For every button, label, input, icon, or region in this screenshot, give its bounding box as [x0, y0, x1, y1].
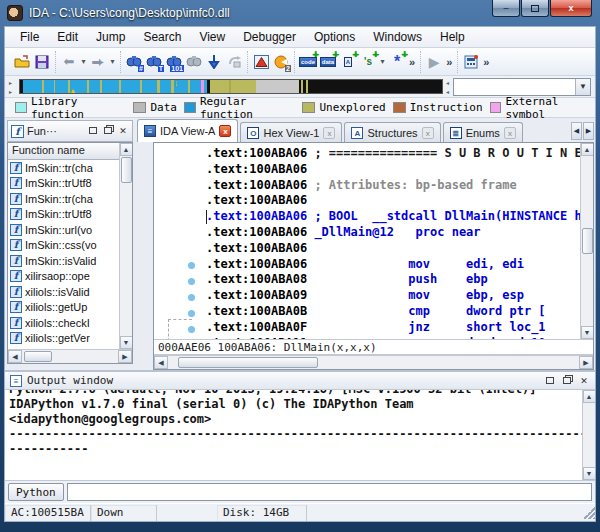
disasm-line[interactable]: .text:100ABA06 — [206, 193, 580, 209]
scroll-up-icon[interactable]: ▲ — [581, 143, 594, 156]
search-names-button[interactable]: # — [124, 52, 144, 72]
panel-restore-icon[interactable] — [102, 126, 114, 136]
tab-structures[interactable]: A Structures x — [344, 122, 440, 142]
disasm-line[interactable]: .text:100ABA06 ; =============== S U B R… — [206, 146, 580, 162]
disasm-line[interactable]: .text:100ABA06 ; Attributes: bp-based fr… — [206, 178, 580, 194]
disasm-vertical-scrollbar[interactable]: ▲ ▼ — [580, 143, 593, 339]
scroll-up-icon[interactable]: ▲ — [583, 390, 596, 403]
tab-scroll-right-icon[interactable]: ▶ — [583, 122, 594, 140]
nav-forward-button[interactable]: ⮕ — [88, 52, 108, 72]
scrollbar-thumb[interactable] — [178, 357, 318, 368]
tab-enums[interactable]: ≣ Enums x — [443, 122, 523, 142]
nav-back-dropdown[interactable]: ▾ — [79, 57, 88, 66]
function-list-item[interactable]: fImSkin::url(vo — [8, 222, 119, 238]
functions-vertical-scrollbar[interactable]: ▲ ▼ — [119, 143, 132, 349]
panel-minimize-icon[interactable] — [87, 126, 99, 136]
function-list-item[interactable]: fxilirsaop::ope — [8, 269, 119, 285]
function-list-item[interactable]: fxiliols::checkI — [8, 315, 119, 331]
disasm-line[interactable]: .text:100ABA06 — [206, 162, 580, 178]
python-button[interactable]: Python — [8, 483, 64, 501]
disassembly-listing[interactable]: .text:100ABA06 ; =============== S U B R… — [206, 143, 580, 339]
toolbar-overflow-1[interactable]: » — [407, 56, 417, 68]
chevron-down-icon[interactable]: ▼ — [575, 79, 590, 95]
scroll-left-icon[interactable]: ◀ — [8, 350, 22, 363]
menu-search[interactable]: Search — [134, 28, 190, 46]
menu-jump[interactable]: Jump — [87, 28, 134, 46]
scrollbar-thumb[interactable] — [24, 351, 52, 362]
toolbar-overflow-3[interactable]: » — [481, 56, 491, 68]
scroll-left-icon[interactable]: ◀ — [154, 356, 168, 369]
scroll-down-icon[interactable]: ▼ — [583, 467, 596, 480]
disasm-line[interactable]: .text:100ABA09 mov ebp, esp — [206, 288, 580, 304]
nav-back-button[interactable]: ⬅ — [59, 52, 79, 72]
scroll-up-icon[interactable]: ▲ — [120, 143, 133, 156]
tab-close-icon[interactable]: x — [504, 127, 516, 139]
panel-close-icon[interactable]: ✕ — [578, 376, 590, 386]
jump-address-button[interactable] — [204, 52, 224, 72]
function-list-item[interactable]: fImSkin::isValid — [8, 253, 119, 269]
make-struct-button[interactable]: *+ — [387, 52, 407, 72]
disasm-line-selected[interactable]: .text:100ABA06 ; BOOL __stdcall DllMain(… — [206, 209, 580, 225]
problems-list-button[interactable] — [251, 52, 271, 72]
make-code-button[interactable]: code+ — [298, 52, 318, 72]
menu-file[interactable]: File — [11, 28, 48, 46]
python-input[interactable] — [67, 483, 592, 501]
menu-help[interactable]: Help — [431, 28, 474, 46]
menu-debugger[interactable]: Debugger — [234, 28, 305, 46]
string-dropdown[interactable]: ▾ — [378, 57, 387, 66]
disasm-line[interactable]: .text:100ABA0B cmp dword ptr [ — [206, 304, 580, 320]
scrollbar-thumb[interactable] — [121, 157, 132, 183]
undo-disabled-button[interactable] — [224, 52, 244, 72]
title-bar[interactable]: IDA - C:\Users\cong\Desktop\imfc0.dll – … — [0, 0, 600, 26]
function-list-item[interactable]: fImSkin::tr(cha — [8, 191, 119, 207]
make-data-button[interactable]: data+ — [318, 52, 338, 72]
open-file-button[interactable] — [12, 52, 32, 72]
panel-restore-icon[interactable] — [561, 376, 573, 386]
calculator-button[interactable] — [461, 52, 481, 72]
output-vertical-scrollbar[interactable]: ▲ ▼ — [582, 390, 595, 480]
resize-grip[interactable] — [583, 507, 595, 519]
function-list-item[interactable]: fxiliols::isValid — [8, 284, 119, 300]
tab-scroll-left-icon[interactable]: ◀ — [571, 122, 582, 140]
search-again-button[interactable] — [184, 52, 204, 72]
menu-windows[interactable]: Windows — [364, 28, 431, 46]
scroll-down-icon[interactable]: ▼ — [120, 336, 133, 349]
search-immediate-button[interactable]: 101 — [164, 52, 184, 72]
menu-options[interactable]: Options — [305, 28, 364, 46]
save-button[interactable] — [32, 52, 52, 72]
produce-file-button[interactable]: 2 — [271, 52, 291, 72]
tab-close-icon[interactable]: x — [219, 125, 231, 137]
scroll-down-icon[interactable]: ▼ — [581, 326, 594, 339]
nav-forward-dropdown[interactable]: ▾ — [108, 57, 117, 66]
make-string-button[interactable]: 's+ — [358, 52, 378, 72]
disasm-line[interactable]: .text:100ABA08 push ebp — [206, 272, 580, 288]
tab-hex-view-1[interactable]: O Hex View-1 x — [240, 122, 342, 142]
scroll-right-icon[interactable]: ▶ — [118, 350, 132, 363]
output-log[interactable]: Python 2.7.6 (default, Nov 10 2013, 19:2… — [5, 390, 582, 480]
menu-edit[interactable]: Edit — [48, 28, 87, 46]
name-combobox[interactable]: ▼ — [453, 78, 591, 96]
functions-window-caption[interactable]: f Fun··· ✕ — [7, 120, 133, 142]
menu-view[interactable]: View — [190, 28, 234, 46]
panel-close-icon[interactable]: ✕ — [117, 126, 129, 136]
search-text-button[interactable]: T — [144, 52, 164, 72]
output-window-caption[interactable]: ≡ Output window ✕ — [5, 372, 595, 390]
disasm-line[interactable]: .text:100ABA0F jnz short loc_1 — [206, 320, 580, 336]
tab-close-icon[interactable]: x — [422, 127, 434, 139]
disasm-line[interactable]: .text:100ABA06 — [206, 241, 580, 257]
tab-ida-view-a[interactable]: ≡ IDA View-A x — [137, 119, 238, 142]
debugger-play-button[interactable]: ▶ — [424, 52, 444, 72]
toolbar-overflow-2[interactable]: » — [444, 56, 454, 68]
function-name-column-header[interactable]: Function name — [8, 143, 119, 160]
function-list-item[interactable]: fImSkin::css(vo — [8, 238, 119, 254]
functions-horizontal-scrollbar[interactable]: ◀ ▶ — [8, 349, 132, 363]
function-list-item[interactable]: fxiliols::getUp — [8, 300, 119, 316]
navigation-band[interactable]: ↓ ▴ — [19, 79, 443, 94]
tab-close-icon[interactable]: x — [323, 127, 335, 139]
make-ascii-button[interactable]: A+ — [338, 52, 358, 72]
disasm-line[interactable]: .text:100ABA06 mov edi, edi — [206, 257, 580, 273]
scroll-right-icon[interactable]: ▶ — [579, 356, 593, 369]
function-list-item[interactable]: fImSkin::trUtf8 — [8, 176, 119, 192]
function-list-item[interactable]: fImSkin::tr(cha — [8, 160, 119, 176]
disasm-line[interactable]: .text:100ABA06 _DllMain@12 proc near — [206, 225, 580, 241]
